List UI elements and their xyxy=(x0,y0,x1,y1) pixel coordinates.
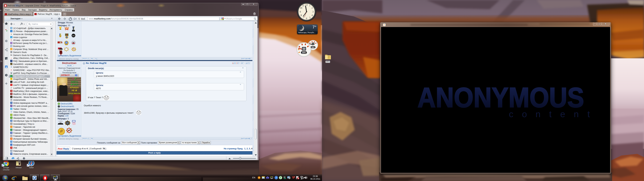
svg-text:2: 2 xyxy=(312,7,313,9)
svg-text:8: 8 xyxy=(301,14,302,16)
svg-text:ANONYMOUS: ANONYMOUS xyxy=(418,82,584,113)
svg-text:EA: EA xyxy=(72,35,75,36)
svg-text:5: 5 xyxy=(310,16,310,19)
svg-text:99: 99 xyxy=(54,176,56,177)
svg-text:10: 10 xyxy=(300,7,302,9)
svg-text:12: 12 xyxy=(306,4,308,6)
svg-text:PC: PC xyxy=(68,130,70,132)
svg-text:3: 3 xyxy=(312,10,314,13)
svg-text:20%: 20% xyxy=(302,52,306,54)
svg-text:4: 4 xyxy=(312,14,313,16)
svg-text:1: 1 xyxy=(309,4,310,7)
svg-text:6: 6 xyxy=(306,17,307,20)
svg-text:7: 7 xyxy=(303,16,304,19)
svg-text:46%: 46% xyxy=(312,46,314,48)
svg-text:99: 99 xyxy=(271,176,272,178)
svg-text:G1: G1 xyxy=(284,177,285,178)
svg-text:content: content xyxy=(509,109,598,119)
svg-text:11: 11 xyxy=(302,4,304,7)
svg-text:9: 9 xyxy=(300,10,301,13)
